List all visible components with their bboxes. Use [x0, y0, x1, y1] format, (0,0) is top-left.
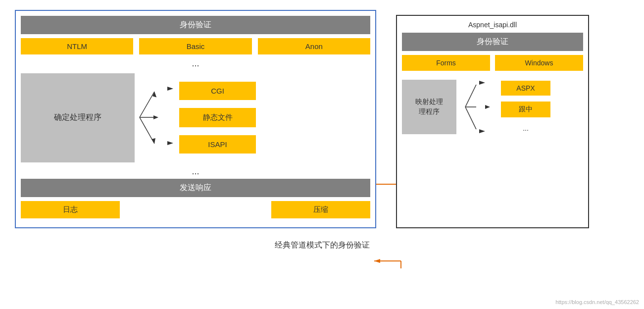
- send-response-bar: 发送响应: [21, 179, 370, 197]
- compress-button: 压缩: [271, 201, 370, 218]
- svg-marker-17: [479, 81, 485, 85]
- right-auth-btn-row: Forms Windows: [402, 55, 583, 71]
- static-file-button: 静态文件: [179, 108, 256, 127]
- page-wrapper: 身份验证 NTLM Basic Anon ... 确定处理程序: [0, 0, 644, 309]
- trace-button: 跟中: [501, 102, 550, 117]
- right-box-title: Aspnet_isapi.dll: [402, 21, 583, 29]
- ntlm-button: NTLM: [21, 38, 133, 54]
- anon-button: Anon: [258, 38, 370, 54]
- left-box: 身份验证 NTLM Basic Anon ... 确定处理程序: [15, 10, 376, 228]
- left-auth-btn-row: NTLM Basic Anon: [21, 38, 370, 54]
- svg-marker-14: [167, 87, 173, 91]
- right-middle-section: 映射处理 理程序 ASPX 跟中 ...: [402, 75, 583, 139]
- left-auth-bar: 身份验证: [21, 16, 370, 34]
- forms-button: Forms: [402, 55, 490, 71]
- handler-box: 确定处理程序: [21, 73, 135, 162]
- page-caption: 经典管道模式下的身份验证: [0, 240, 644, 251]
- right-items-col: ASPX 跟中 ...: [501, 81, 550, 133]
- svg-line-8: [140, 92, 154, 117]
- svg-marker-5: [374, 259, 380, 263]
- right-arrows-svg: [461, 75, 496, 139]
- dots-1: ...: [21, 58, 370, 69]
- windows-button: Windows: [495, 55, 583, 71]
- svg-marker-21: [479, 129, 485, 133]
- handler-arrows-svg: [135, 72, 179, 163]
- watermark: https://blog.csdn.net/qq_43562262: [555, 299, 639, 305]
- main-container: 身份验证 NTLM Basic Anon ... 确定处理程序: [0, 0, 644, 238]
- svg-marker-15: [167, 141, 173, 145]
- dots-2: ...: [21, 166, 370, 177]
- aspx-button: ASPX: [501, 81, 550, 96]
- svg-marker-19: [485, 105, 490, 109]
- svg-marker-11: [153, 115, 158, 119]
- basic-button: Basic: [139, 38, 251, 54]
- log-button: 日志: [21, 201, 120, 218]
- svg-line-16: [465, 85, 476, 107]
- cgi-button: CGI: [179, 82, 256, 100]
- isapi-button: ISAPI: [179, 135, 256, 154]
- handler-right-items: CGI 静态文件 ISAPI: [179, 82, 256, 154]
- right-auth-bar: 身份验证: [402, 33, 583, 51]
- right-box: Aspnet_isapi.dll 身份验证 Forms Windows 映射处理…: [396, 15, 589, 228]
- left-bottom-btn-row: 日志 压缩: [21, 201, 370, 218]
- svg-line-20: [465, 107, 476, 129]
- right-dots: ...: [501, 124, 550, 132]
- mapping-handler-box: 映射处理 理程序: [402, 80, 456, 134]
